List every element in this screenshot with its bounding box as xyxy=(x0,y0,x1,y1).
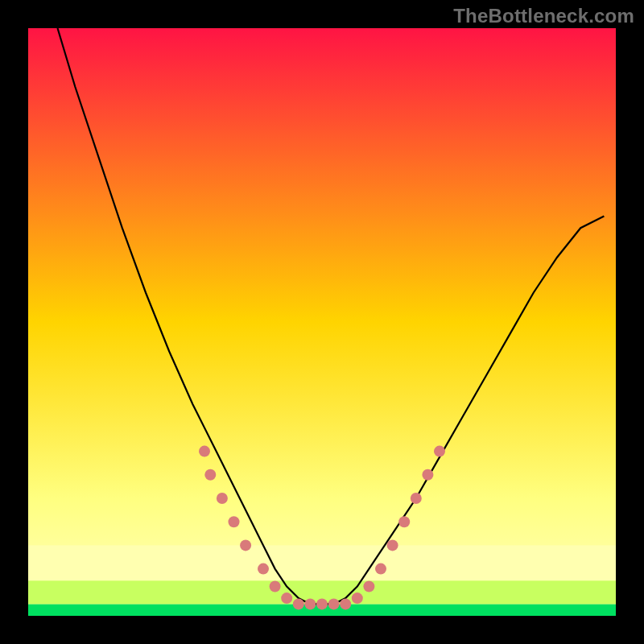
marker-dot xyxy=(340,598,351,609)
marker-dot xyxy=(240,539,251,551)
marker-dot xyxy=(199,446,210,457)
chart-frame: TheBottleneck.com xyxy=(0,0,644,644)
marker-dot xyxy=(229,516,240,527)
marker-dot xyxy=(411,493,422,504)
marker-dot xyxy=(316,598,328,609)
marker-dot xyxy=(375,564,386,575)
marker-dot xyxy=(293,598,304,609)
marker-dot xyxy=(434,446,445,457)
marker-dot xyxy=(270,581,281,592)
marker-dot xyxy=(363,581,374,592)
marker-dot xyxy=(304,598,316,609)
watermark-text: TheBottleneck.com xyxy=(453,5,634,27)
marker-dot xyxy=(217,493,228,504)
chart-plot xyxy=(28,28,616,616)
marker-dot xyxy=(387,539,398,551)
gradient-background xyxy=(28,28,616,616)
marker-dot xyxy=(422,469,433,481)
marker-dot xyxy=(352,592,363,604)
marker-dot xyxy=(204,469,216,481)
cream-band xyxy=(28,545,616,580)
marker-dot xyxy=(258,564,269,575)
marker-dot xyxy=(281,592,292,604)
marker-dot xyxy=(398,516,410,527)
marker-dot xyxy=(328,598,340,609)
